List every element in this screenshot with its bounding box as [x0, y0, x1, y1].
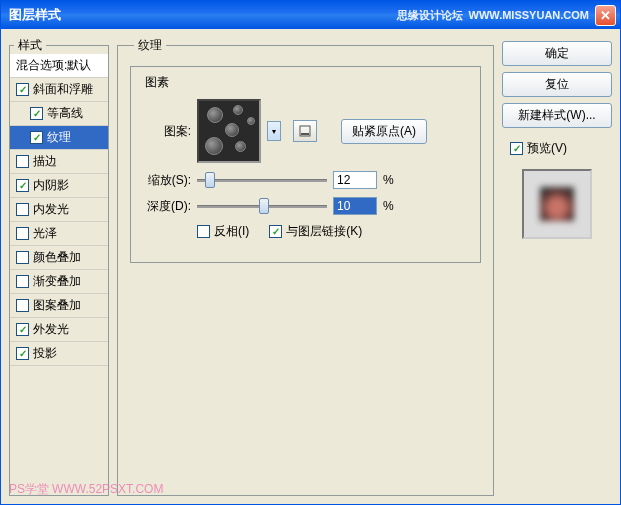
- style-item-7[interactable]: 颜色叠加: [10, 246, 108, 270]
- reset-button[interactable]: 复位: [502, 72, 612, 97]
- pattern-preview[interactable]: [197, 99, 261, 163]
- style-item-label: 图案叠加: [33, 297, 81, 314]
- scale-slider[interactable]: [197, 171, 327, 189]
- pattern-row: 图案: ▾ 贴紧原点(A): [141, 99, 470, 163]
- main-panel: 纹理 图素 图案: ▾: [117, 37, 494, 496]
- style-item-6[interactable]: 光泽: [10, 222, 108, 246]
- style-item-label: 纹理: [47, 129, 71, 146]
- depth-label: 深度(D):: [141, 198, 191, 215]
- layer-style-dialog: 图层样式 思缘设计论坛 WWW.MISSYUAN.COM ✕ 样式 混合选项:默…: [0, 0, 621, 505]
- invert-checkbox[interactable]: [197, 225, 210, 238]
- titlebar: 图层样式 思缘设计论坛 WWW.MISSYUAN.COM ✕: [1, 1, 620, 29]
- invert-label: 反相(I): [214, 223, 249, 240]
- style-checkbox[interactable]: [16, 347, 29, 360]
- style-item-11[interactable]: 投影: [10, 342, 108, 366]
- style-item-10[interactable]: 外发光: [10, 318, 108, 342]
- pattern-dropdown[interactable]: ▾: [267, 121, 281, 141]
- new-preset-icon: [298, 124, 312, 138]
- preview-label: 预览(V): [527, 140, 567, 157]
- main-legend: 纹理: [134, 37, 166, 54]
- style-item-label: 渐变叠加: [33, 273, 81, 290]
- bottom-watermark: PS学堂 WWW.52PSXT.COM: [9, 481, 163, 498]
- style-item-label: 描边: [33, 153, 57, 170]
- checkbox-row: 反相(I) 与图层链接(K): [197, 223, 470, 240]
- style-item-label: 斜面和浮雕: [33, 81, 93, 98]
- style-item-9[interactable]: 图案叠加: [10, 294, 108, 318]
- preview-checkbox-row[interactable]: 预览(V): [510, 140, 612, 157]
- new-style-button[interactable]: 新建样式(W)...: [502, 103, 612, 128]
- style-checkbox[interactable]: [16, 179, 29, 192]
- depth-row: 深度(D): 10 %: [141, 197, 470, 215]
- style-item-8[interactable]: 渐变叠加: [10, 270, 108, 294]
- style-checkbox[interactable]: [16, 155, 29, 168]
- link-checkbox[interactable]: [269, 225, 282, 238]
- style-item-0[interactable]: 斜面和浮雕: [10, 78, 108, 102]
- depth-unit: %: [383, 199, 394, 213]
- window-title: 图层样式: [5, 6, 397, 24]
- style-item-2[interactable]: 纹理: [10, 126, 108, 150]
- style-checkbox[interactable]: [16, 251, 29, 264]
- close-button[interactable]: ✕: [595, 5, 616, 26]
- invert-checkbox-row[interactable]: 反相(I): [197, 223, 249, 240]
- depth-slider[interactable]: [197, 197, 327, 215]
- new-preset-button[interactable]: [293, 120, 317, 142]
- blend-options-label: 混合选项:默认: [16, 57, 91, 74]
- pattern-label: 图案:: [141, 123, 191, 140]
- style-item-label: 内阴影: [33, 177, 69, 194]
- scale-input[interactable]: 12: [333, 171, 377, 189]
- style-item-1[interactable]: 等高线: [10, 102, 108, 126]
- style-item-label: 颜色叠加: [33, 249, 81, 266]
- scale-row: 缩放(S): 12 %: [141, 171, 470, 189]
- blend-options-header[interactable]: 混合选项:默认: [10, 54, 108, 78]
- style-checkbox[interactable]: [30, 131, 43, 144]
- preview-swatch: [522, 169, 592, 239]
- right-panel: 确定 复位 新建样式(W)... 预览(V): [502, 37, 612, 496]
- sidebar-legend: 样式: [14, 37, 46, 54]
- styles-sidebar: 样式 混合选项:默认 斜面和浮雕等高线纹理描边内阴影内发光光泽颜色叠加渐变叠加图…: [9, 37, 109, 496]
- depth-input[interactable]: 10: [333, 197, 377, 215]
- link-checkbox-row[interactable]: 与图层链接(K): [269, 223, 362, 240]
- style-item-4[interactable]: 内阴影: [10, 174, 108, 198]
- style-checkbox[interactable]: [16, 299, 29, 312]
- scale-unit: %: [383, 173, 394, 187]
- dialog-content: 样式 混合选项:默认 斜面和浮雕等高线纹理描边内阴影内发光光泽颜色叠加渐变叠加图…: [1, 29, 620, 504]
- style-item-label: 等高线: [47, 105, 83, 122]
- watermark-text-2: WWW.MISSYUAN.COM: [469, 9, 589, 21]
- style-item-5[interactable]: 内发光: [10, 198, 108, 222]
- style-checkbox[interactable]: [16, 83, 29, 96]
- style-checkbox[interactable]: [16, 227, 29, 240]
- ok-button[interactable]: 确定: [502, 41, 612, 66]
- link-label: 与图层链接(K): [286, 223, 362, 240]
- style-checkbox[interactable]: [16, 203, 29, 216]
- style-checkbox[interactable]: [30, 107, 43, 120]
- svg-rect-1: [301, 133, 309, 135]
- style-item-label: 外发光: [33, 321, 69, 338]
- style-checkbox[interactable]: [16, 323, 29, 336]
- style-item-3[interactable]: 描边: [10, 150, 108, 174]
- snap-origin-button[interactable]: 贴紧原点(A): [341, 119, 427, 144]
- style-item-label: 投影: [33, 345, 57, 362]
- elements-group: 图素 图案: ▾: [130, 66, 481, 263]
- scale-label: 缩放(S):: [141, 172, 191, 189]
- preview-inner: [540, 187, 574, 221]
- style-checkbox[interactable]: [16, 275, 29, 288]
- preview-checkbox[interactable]: [510, 142, 523, 155]
- elements-group-title: 图素: [141, 74, 173, 91]
- style-item-label: 内发光: [33, 201, 69, 218]
- style-item-label: 光泽: [33, 225, 57, 242]
- watermark-text-1: 思缘设计论坛: [397, 8, 463, 23]
